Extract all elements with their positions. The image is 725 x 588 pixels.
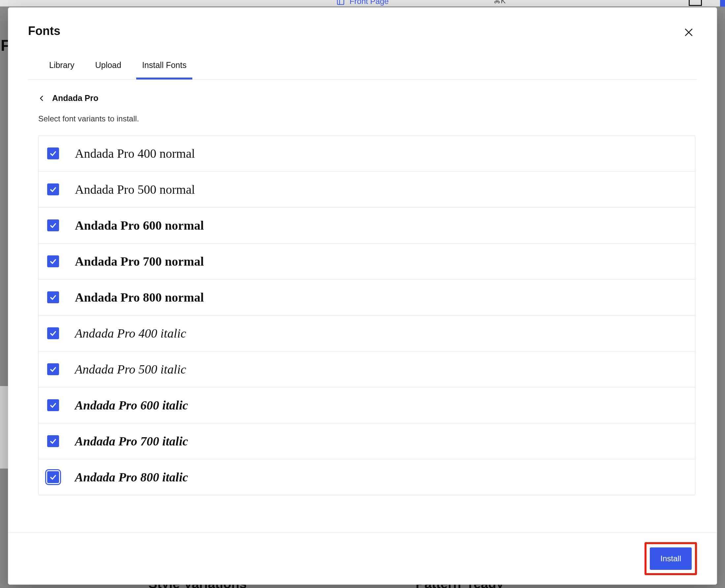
- variant-checkbox[interactable]: [47, 147, 59, 160]
- tab-library[interactable]: Library: [48, 55, 76, 79]
- check-icon: [49, 293, 57, 301]
- font-variant-list: Andada Pro 400 normalAndada Pro 500 norm…: [38, 135, 695, 495]
- variant-checkbox[interactable]: [47, 255, 59, 267]
- background-page-label: Front Page: [350, 0, 389, 6]
- check-icon: [49, 329, 57, 337]
- check-icon: [49, 257, 57, 265]
- variant-label: Andada Pro 500 italic: [75, 362, 186, 377]
- install-button-highlight: Install: [644, 542, 697, 575]
- variant-checkbox[interactable]: [47, 363, 59, 375]
- variant-label: Andada Pro 800 italic: [75, 470, 188, 484]
- close-button[interactable]: [681, 24, 697, 41]
- variant-label: Andada Pro 500 normal: [75, 182, 195, 197]
- check-icon: [49, 185, 57, 193]
- variant-label: Andada Pro 400 italic: [75, 326, 186, 340]
- check-icon: [49, 149, 57, 158]
- modal-title: Fonts: [28, 24, 697, 38]
- variant-label: Andada Pro 800 normal: [75, 290, 204, 304]
- check-icon: [49, 473, 57, 481]
- variant-checkbox[interactable]: [47, 291, 59, 303]
- variant-checkbox[interactable]: [47, 184, 59, 195]
- variant-label: Andada Pro 600 italic: [75, 398, 188, 413]
- font-variant-row[interactable]: Andada Pro 500 italic: [39, 352, 695, 387]
- variant-label: Andada Pro 400 normal: [75, 146, 195, 161]
- breadcrumb[interactable]: Andada Pro: [38, 93, 695, 103]
- fonts-modal: Fonts Library Upload Install Fonts Andad…: [8, 7, 717, 585]
- check-icon: [49, 401, 57, 409]
- variant-label: Andada Pro 700 normal: [75, 254, 204, 269]
- background-page-indicator: Front Page: [337, 0, 389, 6]
- background-left-strip: [0, 386, 8, 468]
- variant-checkbox[interactable]: [47, 471, 59, 483]
- font-variant-row[interactable]: Andada Pro 600 italic: [39, 387, 695, 423]
- variant-checkbox[interactable]: [47, 435, 59, 447]
- tab-upload[interactable]: Upload: [94, 55, 122, 79]
- background-viewport-icon: [689, 0, 702, 6]
- background-accent-strip: [720, 0, 725, 6]
- modal-header: Fonts Library Upload Install Fonts: [8, 7, 717, 80]
- variant-checkbox[interactable]: [47, 399, 59, 411]
- instruction-text: Select font variants to install.: [38, 114, 695, 123]
- font-variant-row[interactable]: Andada Pro 400 italic: [39, 315, 695, 352]
- background-shortcut-hint: ⌘K: [493, 0, 506, 5]
- install-button[interactable]: Install: [650, 547, 692, 570]
- close-icon: [683, 27, 694, 38]
- modal-footer: Install: [8, 532, 717, 584]
- tab-bar: Library Upload Install Fonts: [28, 55, 697, 80]
- font-variant-row[interactable]: Andada Pro 800 normal: [39, 279, 695, 315]
- font-variant-row[interactable]: Andada Pro 600 normal: [39, 208, 695, 244]
- modal-body: Andada Pro Select font variants to insta…: [8, 80, 717, 532]
- chevron-left-icon: [38, 95, 45, 102]
- variant-checkbox[interactable]: [47, 219, 59, 231]
- svg-rect-0: [337, 0, 344, 5]
- check-icon: [49, 222, 57, 229]
- font-variant-row[interactable]: Andada Pro 700 italic: [39, 423, 695, 459]
- variant-checkbox[interactable]: [47, 327, 59, 339]
- font-variant-row[interactable]: Andada Pro 500 normal: [39, 172, 695, 208]
- font-variant-row[interactable]: Andada Pro 700 normal: [39, 244, 695, 279]
- check-icon: [49, 437, 57, 445]
- variant-label: Andada Pro 700 italic: [75, 434, 188, 448]
- check-icon: [49, 365, 57, 373]
- font-variant-row[interactable]: Andada Pro 800 italic: [39, 459, 695, 495]
- font-variant-row[interactable]: Andada Pro 400 normal: [39, 135, 695, 172]
- tab-install-fonts[interactable]: Install Fonts: [141, 55, 188, 79]
- variant-label: Andada Pro 600 normal: [75, 218, 204, 233]
- breadcrumb-label: Andada Pro: [52, 93, 98, 103]
